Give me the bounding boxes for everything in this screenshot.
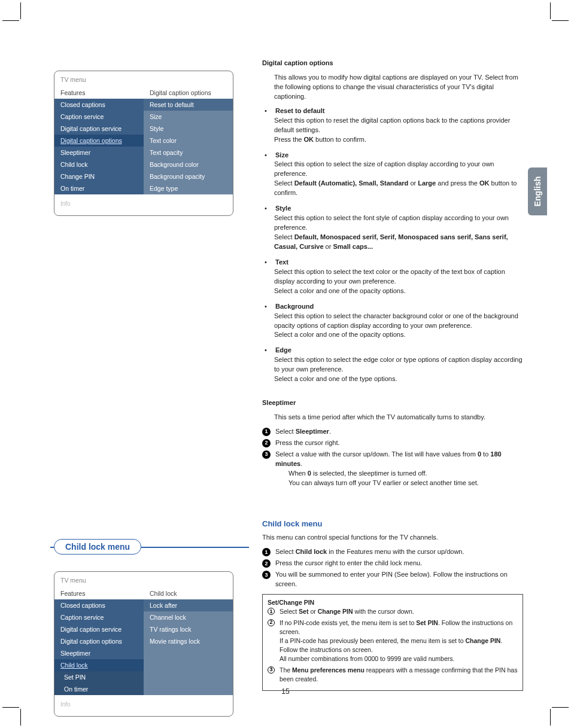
bullet-title: Reset to default: [275, 106, 325, 116]
box-heading: Set/Change PIN: [268, 598, 518, 607]
menu-item[interactable]: Closed captions: [54, 599, 144, 611]
step-number-icon: 1: [262, 548, 271, 556]
submenu-item[interactable]: Edge type: [144, 182, 233, 194]
decorative-line: [141, 547, 249, 548]
bullet-icon: •: [265, 151, 271, 160]
menu-item[interactable]: Sleeptimer: [54, 647, 144, 659]
menu-item[interactable]: Child lock: [54, 159, 144, 170]
step-text: The Menu preferences menu reappears with…: [280, 666, 518, 684]
submenu-item[interactable]: Text color: [144, 135, 233, 147]
menu-item[interactable]: Caption service: [54, 611, 144, 623]
bullet-icon: •: [265, 302, 271, 312]
submenu-item[interactable]: Size: [144, 111, 233, 123]
menu-item[interactable]: Set PIN: [54, 671, 144, 683]
menu-info-label: Info: [54, 194, 233, 215]
step-text: You will be summoned to enter your PIN (…: [275, 570, 523, 589]
bullet-icon: •: [265, 204, 271, 214]
submenu-item[interactable]: Background color: [144, 159, 233, 170]
page-number: 15: [0, 687, 571, 696]
submenu-item[interactable]: [144, 671, 233, 683]
section-heading: Child lock menu: [262, 519, 523, 530]
menu-col-a-header: Features: [54, 587, 144, 599]
bullet-icon: •: [265, 258, 271, 267]
menu-item[interactable]: Closed captions: [54, 99, 144, 111]
step-number-icon: 1: [268, 608, 275, 615]
submenu-item[interactable]: Background opacity: [144, 170, 233, 182]
language-tab-label: English: [533, 176, 542, 207]
submenu-item[interactable]: [144, 647, 233, 659]
bullet-title: Edge: [275, 346, 291, 355]
menu-item[interactable]: Caption service: [54, 111, 144, 123]
paragraph: This allows you to modify how digital ca…: [262, 73, 523, 102]
bullet-title: Background: [275, 302, 314, 312]
body-text: Digital caption options This allows you …: [262, 59, 523, 691]
step-number-icon: 1: [262, 428, 271, 436]
step-text: If no PIN-code exists yet, the menu item…: [280, 619, 518, 664]
menu-card-digital-caption: TV menu Features Closed captions Caption…: [54, 71, 233, 216]
menu-col-b-header: Digital caption options: [144, 87, 233, 99]
submenu-item[interactable]: Style: [144, 123, 233, 135]
section-heading-pill: Child lock menu: [54, 539, 141, 555]
menu-info-label: Info: [54, 695, 233, 716]
menu-item[interactable]: Sleeptimer: [54, 147, 144, 159]
paragraph: This menu can control special functions …: [262, 533, 523, 543]
menu-card-title: TV menu: [54, 71, 233, 87]
paragraph: Select this option to reset the digital …: [262, 116, 523, 145]
step-text: Press the cursor right.: [275, 438, 340, 448]
bullet-title: Size: [275, 151, 288, 160]
menu-item[interactable]: Digital caption service: [54, 623, 144, 635]
bullet-icon: •: [265, 346, 271, 355]
menu-item-selected[interactable]: Child lock: [54, 659, 144, 671]
step-number-icon: 3: [262, 571, 271, 579]
paragraph: This sets a time period after which the …: [262, 413, 523, 422]
paragraph: Select this option to select the size of…: [262, 160, 523, 198]
submenu-item[interactable]: Movie ratings lock: [144, 635, 233, 647]
step-number-icon: 2: [268, 619, 275, 626]
menu-item[interactable]: Digital caption options: [54, 635, 144, 647]
menu-item-selected[interactable]: Digital caption options: [54, 135, 144, 147]
submenu-item[interactable]: Text opacity: [144, 147, 233, 159]
step-text: Select Set or Change PIN with the cursor…: [280, 607, 414, 616]
paragraph: Select this option to select the font st…: [262, 214, 523, 252]
language-tab: English: [528, 167, 547, 215]
heading: Sleeptimer: [262, 399, 296, 406]
step-text: Select Sleeptimer.: [275, 427, 331, 437]
bullet-title: Text: [275, 258, 288, 267]
paragraph: Select this option to select the charact…: [262, 312, 523, 340]
submenu-item[interactable]: Lock after: [144, 599, 233, 611]
step-text: Select Child lock in the Features menu w…: [275, 547, 464, 557]
step-number-icon: 3: [262, 450, 271, 459]
step-number-icon: 2: [262, 439, 271, 447]
submenu-item[interactable]: Reset to default: [144, 99, 233, 111]
heading: Digital caption options: [262, 59, 333, 66]
submenu-item[interactable]: TV ratings lock: [144, 623, 233, 635]
step-text: Press the cursor right to enter the chil…: [275, 559, 422, 568]
step-number-icon: 3: [268, 666, 275, 674]
menu-item[interactable]: On timer: [54, 182, 144, 194]
menu-card-title: TV menu: [54, 572, 233, 587]
bullet-icon: •: [265, 106, 271, 116]
menu-col-b-header: Child lock: [144, 587, 233, 599]
bullet-title: Style: [275, 204, 291, 214]
step-number-icon: 2: [262, 559, 271, 568]
paragraph: Select this option to select the edge co…: [262, 355, 523, 384]
menu-col-a-header: Features: [54, 87, 144, 99]
paragraph: Select this option to select the text co…: [262, 267, 523, 296]
menu-item[interactable]: Change PIN: [54, 170, 144, 182]
menu-item[interactable]: Digital caption service: [54, 123, 144, 135]
submenu-item[interactable]: Channel lock: [144, 611, 233, 623]
info-box: Set/Change PIN 1Select Set or Change PIN…: [262, 594, 523, 691]
step-text: Select a value with the cursor up/down. …: [275, 450, 523, 488]
submenu-item[interactable]: [144, 659, 233, 671]
